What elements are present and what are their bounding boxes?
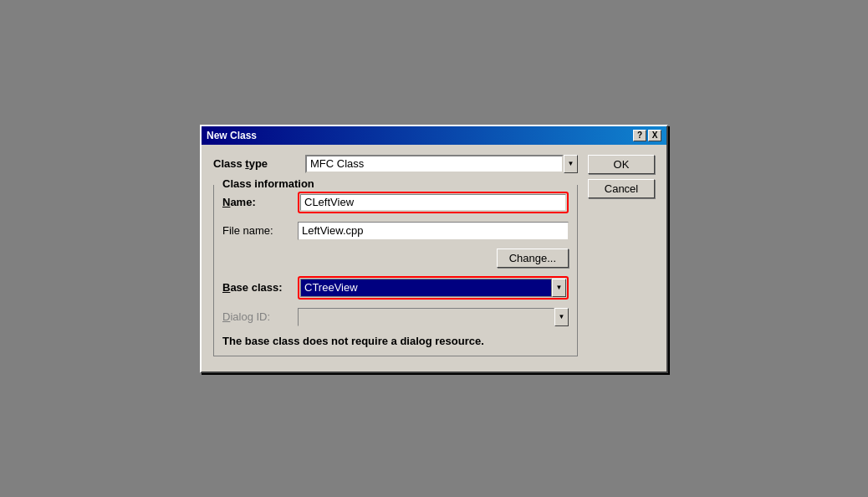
change-btn-row: Change... [222, 248, 569, 268]
name-input[interactable] [300, 194, 566, 211]
class-info-group: Class information Name: File name: Chang… [213, 185, 578, 356]
class-type-label: Class type [213, 157, 305, 170]
cancel-button[interactable]: Cancel [588, 179, 655, 198]
main-area: Class type MFC Class Class information N… [213, 155, 578, 360]
class-type-dropdown-arrow[interactable] [564, 155, 578, 173]
name-input-wrapper [298, 192, 569, 213]
class-type-select-wrapper: MFC Class [305, 155, 578, 173]
base-class-select-wrapper[interactable]: CTreeView [298, 276, 569, 300]
class-type-row: Class type MFC Class [213, 155, 578, 173]
title-bar-buttons: ? X [633, 130, 661, 141]
info-text: The base class does not require a dialog… [222, 335, 569, 347]
close-button[interactable]: X [648, 130, 661, 141]
side-buttons: OK Cancel [588, 155, 655, 360]
dialog-id-select-wrapper [298, 308, 569, 326]
ok-button[interactable]: OK [588, 155, 655, 174]
new-class-dialog: New Class ? X Class type MFC Class [200, 125, 668, 373]
change-button[interactable]: Change... [497, 248, 569, 268]
dialog-title: New Class [207, 130, 257, 141]
base-class-value: CTreeView [300, 279, 552, 297]
dialog-content: Class type MFC Class Class information N… [202, 145, 666, 371]
dialog-id-dropdown-arrow[interactable] [554, 308, 569, 326]
name-row: Name: [222, 192, 569, 213]
name-label: Name: [222, 196, 298, 208]
dialog-id-input[interactable] [298, 308, 554, 326]
base-class-dropdown-arrow[interactable] [552, 279, 566, 297]
filename-row: File name: [222, 222, 569, 240]
filename-input[interactable] [298, 222, 569, 240]
help-button[interactable]: ? [633, 130, 646, 141]
base-class-row: Base class: CTreeView [222, 276, 569, 300]
class-type-select-display[interactable]: MFC Class [305, 155, 564, 173]
base-class-label: Base class: [222, 281, 298, 294]
dialog-id-row: Dialog ID: [222, 308, 569, 326]
class-type-value: MFC Class [310, 157, 364, 170]
filename-label: File name: [222, 224, 298, 237]
title-bar: New Class ? X [202, 126, 666, 145]
group-legend: Class information [219, 177, 318, 190]
dialog-id-label: Dialog ID: [222, 310, 298, 323]
